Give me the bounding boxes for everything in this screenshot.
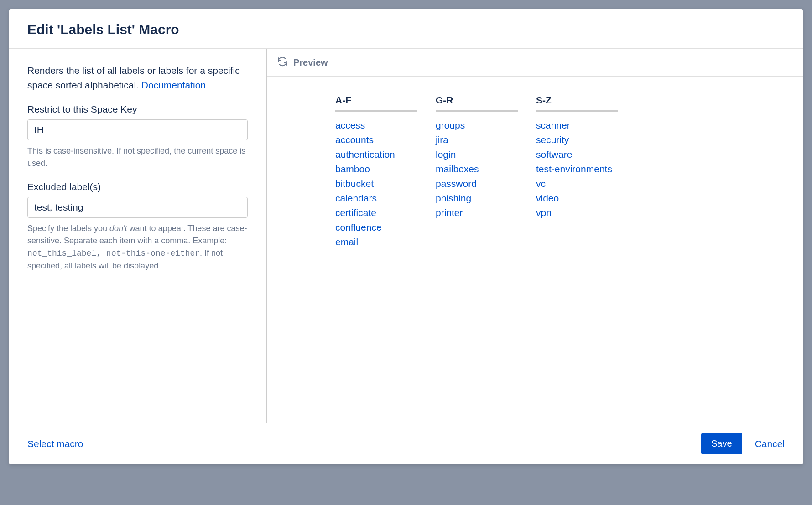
column-header: G-R (436, 95, 518, 112)
column-header: S-Z (536, 95, 618, 112)
dialog-body: Renders the list of all labels or labels… (9, 49, 803, 423)
preview-panel: Preview A-Faccessaccountsauthenticationb… (267, 49, 803, 423)
label-link[interactable]: access (335, 120, 365, 130)
list-item: test-environments (536, 164, 618, 175)
list-item: bitbucket (335, 178, 417, 189)
label-link[interactable]: vpn (536, 207, 552, 218)
space-key-input[interactable] (27, 119, 248, 140)
list-item: accounts (335, 134, 417, 145)
macro-editor-dialog: Edit 'Labels List' Macro Renders the lis… (9, 9, 803, 464)
label-link[interactable]: test-environments (536, 164, 612, 174)
list-item: vc (536, 178, 618, 189)
label-link[interactable]: accounts (335, 134, 374, 145)
list-item: password (436, 178, 518, 189)
label-list: groupsjiraloginmailboxespasswordphishing… (436, 120, 518, 218)
list-item: calendars (335, 193, 417, 204)
list-item: mailboxes (436, 164, 518, 175)
label-link[interactable]: confluence (335, 222, 382, 232)
list-item: security (536, 134, 618, 145)
select-macro-button[interactable]: Select macro (27, 438, 83, 449)
footer-actions: Save Cancel (701, 433, 785, 454)
space-key-label: Restrict to this Space Key (27, 104, 248, 115)
dialog-footer: Select macro Save Cancel (9, 423, 803, 464)
label-link[interactable]: calendars (335, 193, 377, 203)
label-link[interactable]: mailboxes (436, 164, 479, 174)
refresh-icon[interactable] (277, 56, 288, 69)
label-list: accessaccountsauthenticationbamboobitbuc… (335, 120, 417, 247)
list-item: vpn (536, 207, 618, 218)
label-link[interactable]: jira (436, 134, 448, 145)
description-text: Renders the list of all labels or labels… (27, 65, 240, 90)
list-item: login (436, 149, 518, 160)
label-link[interactable]: software (536, 149, 572, 160)
macro-description: Renders the list of all labels or labels… (27, 63, 248, 92)
list-item: video (536, 193, 618, 204)
preview-content: A-Faccessaccountsauthenticationbamboobit… (267, 77, 803, 269)
space-key-field-group: Restrict to this Space Key This is case-… (27, 104, 248, 170)
label-link[interactable]: certificate (335, 207, 376, 218)
label-link[interactable]: login (436, 149, 456, 160)
list-item: bamboo (335, 164, 417, 175)
list-item: scanner (536, 120, 618, 131)
label-link[interactable]: password (436, 178, 477, 189)
cancel-button[interactable]: Cancel (755, 438, 785, 449)
column-header: A-F (335, 95, 417, 112)
space-key-help: This is case-insensitive. If not specifi… (27, 145, 248, 170)
label-link[interactable]: bitbucket (335, 178, 374, 189)
label-link[interactable]: phishing (436, 193, 471, 203)
list-item: groups (436, 120, 518, 131)
label-column: A-Faccessaccountsauthenticationbamboobit… (335, 95, 417, 251)
config-panel: Renders the list of all labels or labels… (9, 49, 267, 423)
excluded-labels-help: Specify the labels you don't want to app… (27, 222, 248, 272)
label-link[interactable]: video (536, 193, 559, 203)
label-link[interactable]: scanner (536, 120, 570, 130)
list-item: software (536, 149, 618, 160)
label-column: G-Rgroupsjiraloginmailboxespasswordphish… (436, 95, 518, 251)
save-button[interactable]: Save (701, 433, 742, 454)
list-item: jira (436, 134, 518, 145)
list-item: confluence (335, 222, 417, 233)
list-item: phishing (436, 193, 518, 204)
list-item: email (335, 237, 417, 247)
preview-title: Preview (293, 57, 328, 68)
list-item: access (335, 120, 417, 131)
documentation-link[interactable]: Documentation (141, 80, 206, 90)
list-item: authentication (335, 149, 417, 160)
label-link[interactable]: groups (436, 120, 465, 130)
dialog-header: Edit 'Labels List' Macro (9, 9, 803, 49)
label-column: S-Zscannersecuritysoftwaretest-environme… (536, 95, 618, 251)
label-link[interactable]: security (536, 134, 569, 145)
dialog-title: Edit 'Labels List' Macro (27, 22, 785, 37)
excluded-labels-input[interactable] (27, 197, 248, 218)
excluded-labels-field-group: Excluded label(s) Specify the labels you… (27, 181, 248, 272)
label-link[interactable]: authentication (335, 149, 395, 160)
label-link[interactable]: vc (536, 178, 546, 189)
excluded-labels-label: Excluded label(s) (27, 181, 248, 192)
list-item: certificate (335, 207, 417, 218)
preview-header: Preview (267, 49, 803, 77)
label-list: scannersecuritysoftwaretest-environments… (536, 120, 618, 218)
list-item: printer (436, 207, 518, 218)
label-link[interactable]: email (335, 237, 358, 247)
label-link[interactable]: printer (436, 207, 463, 218)
label-link[interactable]: bamboo (335, 164, 370, 174)
